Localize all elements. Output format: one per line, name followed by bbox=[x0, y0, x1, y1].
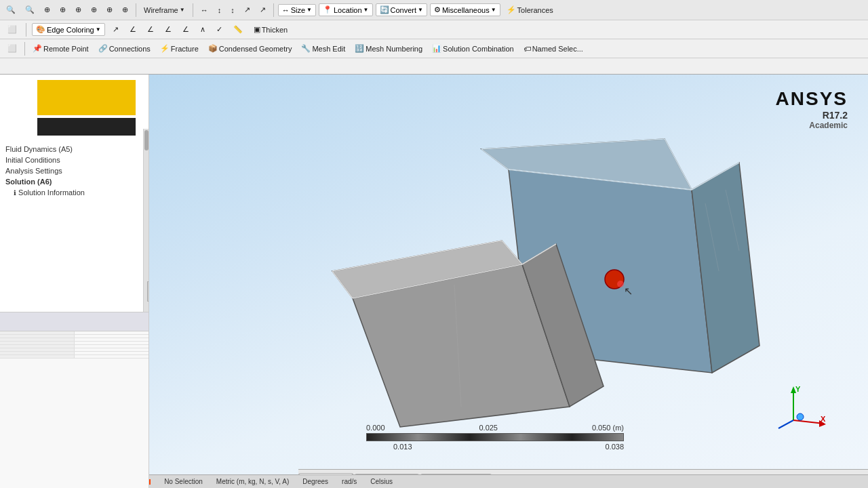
mesh-edit-icon: 🔧 bbox=[301, 44, 311, 53]
location-icon: 📍 bbox=[323, 5, 332, 14]
arrow-right1[interactable]: ↕ bbox=[227, 5, 238, 16]
solution-combo-btn[interactable]: 📊 Solution Combination bbox=[429, 43, 517, 54]
degrees-label: Degrees bbox=[302, 478, 328, 485]
angle-tool3[interactable]: ∠ bbox=[144, 24, 157, 35]
mesh-numbering-icon: 🔢 bbox=[355, 44, 364, 53]
scale-sublabel-038: 0.038 bbox=[605, 443, 624, 451]
angle-tool5[interactable]: ∠ bbox=[179, 24, 193, 35]
size-dropdown[interactable]: ↔ Size ▼ bbox=[278, 4, 316, 16]
ansys-title: ANSYS bbox=[776, 88, 848, 110]
arrow-up1[interactable]: ↕ bbox=[214, 5, 225, 16]
sidebar-item-solution-info[interactable]: ℹ Solution Information bbox=[3, 187, 146, 198]
toolbar-icon-search1[interactable]: 🔍 bbox=[3, 4, 19, 16]
prop-label-6 bbox=[0, 348, 75, 351]
toolbar-icon-zoom2[interactable]: ⊕ bbox=[56, 4, 69, 16]
sidebar-item-solution-info-icon: ℹ bbox=[14, 189, 16, 197]
separator3 bbox=[273, 3, 274, 17]
convert-icon: 🔄 bbox=[380, 5, 389, 14]
arrow-diag2[interactable]: ↗ bbox=[256, 4, 269, 16]
properties-panel bbox=[0, 312, 149, 488]
no-selection-label: No Selection bbox=[164, 478, 203, 485]
mesh-numbering-btn[interactable]: 🔢 Mesh Numbering bbox=[351, 43, 426, 54]
scale-label-050: 0.050 (m) bbox=[592, 424, 624, 432]
misc-arrow: ▼ bbox=[491, 7, 496, 13]
some-tool-r3[interactable]: ⬜ bbox=[4, 43, 20, 54]
convert-dropdown[interactable]: 🔄 Convert ▼ bbox=[376, 3, 427, 16]
edge-coloring-dropdown[interactable]: 🎨 Edge Coloring ▼ bbox=[32, 23, 105, 36]
location-dropdown[interactable]: 📍 Location ▼ bbox=[319, 3, 373, 16]
separator1 bbox=[136, 3, 136, 17]
mesh-edit-btn[interactable]: 🔧 Mesh Edit bbox=[298, 43, 349, 54]
scale-label-025: 0.025 bbox=[479, 424, 498, 432]
misc-label: Miscellaneous bbox=[442, 6, 490, 14]
sidebar-item-initial-conditions[interactable]: Initial Conditions bbox=[3, 155, 146, 165]
toolbar-icon-zoom3[interactable]: ⊕ bbox=[72, 4, 85, 16]
size-icon: ↔ bbox=[282, 6, 290, 14]
ansys-version: R17.2 bbox=[776, 110, 848, 121]
condensed-geo-label: Condensed Geometry bbox=[219, 45, 292, 53]
remote-point-btn[interactable]: 📌 Remote Point bbox=[29, 43, 92, 54]
toolbar-icon-3d[interactable]: ⊕ bbox=[103, 4, 116, 16]
misc-icon: ⚙ bbox=[434, 5, 441, 14]
sidebar-item-initial-conditions-label: Initial Conditions bbox=[5, 156, 60, 164]
edge-coloring-label: Edge Coloring bbox=[47, 26, 94, 34]
angle-tool1[interactable]: ↗ bbox=[109, 24, 122, 35]
sidebar-tree: Fluid Dynamics (A5) Initial Conditions A… bbox=[0, 138, 149, 203]
toolbar-icon-display[interactable]: ⊕ bbox=[119, 4, 132, 16]
convert-label: Convert bbox=[391, 6, 417, 14]
size-label: Size bbox=[291, 6, 305, 14]
select-tool[interactable]: ✓ bbox=[213, 24, 226, 35]
scale-labels-top: 0.000 0.025 0.050 (m) bbox=[366, 424, 624, 432]
prop-value-8 bbox=[75, 355, 149, 358]
arrow-left1[interactable]: ↔ bbox=[197, 5, 212, 16]
fracture-btn[interactable]: ⚡ Fracture bbox=[157, 43, 202, 54]
thicken-btn[interactable]: ▣ Thicken bbox=[250, 24, 292, 35]
sidebar-item-fluid-dynamics-label: Fluid Dynamics (A5) bbox=[5, 145, 73, 153]
status-degrees: Degrees bbox=[302, 478, 328, 485]
edge-coloring-arrow: ▼ bbox=[96, 26, 101, 33]
arrow-diag1[interactable]: ↗ bbox=[241, 4, 254, 16]
sidebar-item-solution[interactable]: Solution (A6) bbox=[3, 176, 146, 187]
angle-tool2[interactable]: ∠ bbox=[126, 24, 140, 35]
remote-point-icon: 📌 bbox=[33, 44, 42, 53]
connections-btn[interactable]: 🔗 Connections bbox=[95, 43, 154, 54]
toolbar-icon-zoom1[interactable]: ⊕ bbox=[41, 4, 54, 16]
toolbar-icon-rotate[interactable]: ⊕ bbox=[87, 4, 100, 16]
toolbar-icon-search2[interactable]: 🔍 bbox=[22, 4, 38, 16]
location-label: Location bbox=[334, 6, 362, 14]
svg-point-9 bbox=[617, 281, 624, 287]
solution-combo-icon: 📊 bbox=[432, 44, 441, 53]
prop-label-2 bbox=[0, 335, 75, 338]
status-units: Metric (m, kg, N, s, V, A) bbox=[216, 478, 289, 485]
tolerances-btn[interactable]: ⚡ Tolerances bbox=[503, 4, 557, 16]
edge-coloring-icon: 🎨 bbox=[36, 25, 45, 34]
prop-value-6 bbox=[75, 348, 149, 351]
units-label: Metric (m, kg, N, s, V, A) bbox=[216, 478, 289, 485]
svg-text:X: X bbox=[821, 415, 826, 423]
angle-tool6[interactable]: ∧ bbox=[197, 24, 209, 35]
toolbar-row2: ⬜ 🎨 Edge Coloring ▼ ↗ ∠ ∠ ∠ ∠ ∧ ✓ 📏 ▣ Th… bbox=[0, 20, 868, 39]
ruler-tool[interactable]: 📏 bbox=[230, 24, 246, 35]
some-tool1[interactable]: ⬜ bbox=[4, 24, 20, 35]
convert-arrow: ▼ bbox=[418, 7, 423, 13]
scale-bar-track bbox=[366, 433, 624, 441]
toolbar-row1: 🔍 🔍 ⊕ ⊕ ⊕ ⊕ ⊕ ⊕ Wireframe ▼ ↔ ↕ ↕ ↗ ↗ ↔ … bbox=[0, 0, 868, 20]
remote-point-label: Remote Point bbox=[43, 45, 89, 53]
prop-value-2 bbox=[75, 335, 149, 338]
sidebar-item-fluid-dynamics[interactable]: Fluid Dynamics (A5) bbox=[3, 144, 146, 155]
thicken-icon: ▣ bbox=[254, 25, 260, 34]
named-selection-btn[interactable]: 🏷 Named Selec... bbox=[520, 43, 587, 54]
misc-dropdown[interactable]: ⚙ Miscellaneous ▼ bbox=[430, 3, 500, 16]
prop-label-1 bbox=[0, 331, 75, 334]
wireframe-dropdown[interactable]: Wireframe ▼ bbox=[140, 5, 189, 16]
angle-tool4[interactable]: ∠ bbox=[161, 24, 175, 35]
rads-label: rad/s bbox=[342, 478, 357, 485]
fracture-icon: ⚡ bbox=[160, 44, 170, 53]
condensed-geo-btn[interactable]: 📦 Condensed Geometry bbox=[205, 43, 296, 54]
prop-value-4 bbox=[75, 342, 149, 344]
fracture-label: Fracture bbox=[171, 45, 199, 53]
sidebar-item-analysis-settings[interactable]: Analysis Settings bbox=[3, 165, 146, 176]
panel-collapse-button[interactable]: ▶ bbox=[147, 281, 149, 302]
scale-bar: 0.000 0.025 0.050 (m) 0.013 0.038 bbox=[366, 424, 624, 451]
viewport[interactable]: ↖ ANSYS R17.2 Academic 0.000 0.025 0.050… bbox=[149, 75, 868, 488]
